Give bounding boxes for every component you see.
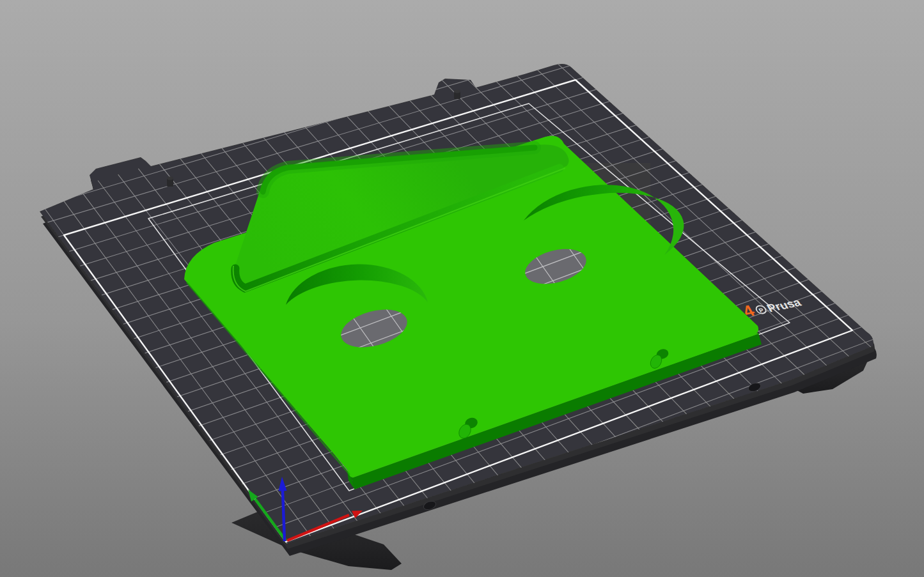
bed-pin bbox=[167, 176, 173, 187]
bed-pin bbox=[454, 89, 460, 99]
3d-viewport[interactable]: 4 P Prusa bbox=[0, 0, 924, 577]
scene-svg: 4 P Prusa bbox=[0, 0, 924, 577]
